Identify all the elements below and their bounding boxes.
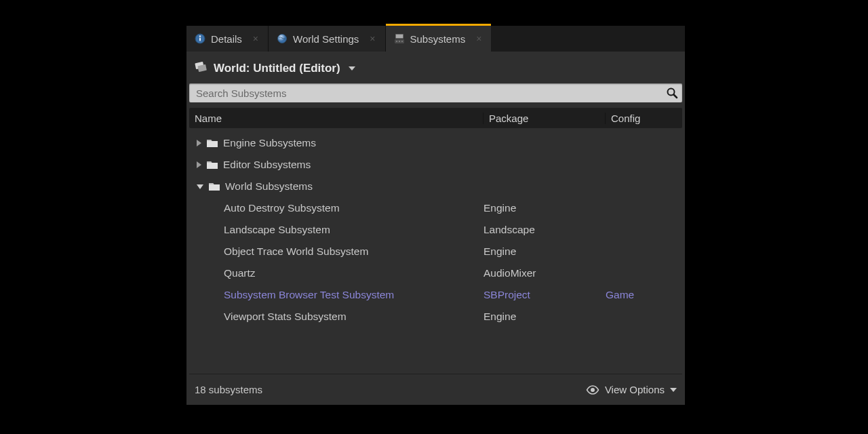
tree-group[interactable]: Engine Subsystems: [189, 132, 682, 154]
item-name: Auto Destroy Subsystem: [224, 202, 340, 214]
tree-item[interactable]: Viewport Stats SubsystemEngine: [189, 306, 682, 328]
group-label: World Subsystems: [225, 180, 313, 193]
search-input[interactable]: [196, 87, 666, 99]
item-package: SBProject: [484, 289, 606, 301]
svg-point-9: [401, 41, 403, 42]
item-package: Engine: [484, 245, 606, 258]
search-box[interactable]: [189, 83, 682, 102]
close-icon[interactable]: ×: [473, 33, 484, 44]
column-name[interactable]: Name: [189, 113, 484, 124]
subsystems-icon: [394, 33, 405, 44]
tab-details[interactable]: Details ×: [186, 26, 268, 52]
view-options-label: View Options: [605, 384, 665, 395]
tab-label: Subsystems: [410, 33, 466, 45]
info-icon: [195, 33, 205, 44]
panel-header[interactable]: World: Untitled (Editor): [186, 52, 685, 83]
svg-point-14: [591, 388, 595, 392]
world-icon: [193, 60, 208, 77]
svg-point-8: [399, 41, 400, 42]
close-icon[interactable]: ×: [367, 33, 378, 44]
subsystems-panel: Details × World Settings × Subsystems × …: [186, 26, 685, 405]
tree-item[interactable]: QuartzAudioMixer: [189, 262, 682, 284]
tree-item[interactable]: Landscape SubsystemLandscape: [189, 219, 682, 241]
svg-rect-2: [199, 38, 201, 41]
tab-world-settings[interactable]: World Settings ×: [268, 26, 384, 52]
globe-icon: [277, 33, 288, 44]
item-name: Landscape Subsystem: [224, 224, 330, 236]
folder-icon: [206, 160, 218, 170]
chevron-down-icon: [349, 66, 355, 71]
svg-rect-5: [396, 35, 403, 38]
svg-point-1: [199, 35, 201, 37]
column-package[interactable]: Package: [484, 113, 606, 124]
chevron-down-icon: [670, 388, 677, 392]
tab-bar: Details × World Settings × Subsystems ×: [186, 26, 685, 52]
item-package: Engine: [484, 311, 606, 323]
tree-item[interactable]: Auto Destroy SubsystemEngine: [189, 197, 682, 219]
disclosure-icon[interactable]: [197, 161, 201, 168]
panel-footer: 18 subsystems View Options: [189, 374, 682, 405]
group-label: Engine Subsystems: [223, 137, 316, 149]
column-config[interactable]: Config: [606, 113, 682, 124]
close-icon[interactable]: ×: [250, 33, 261, 44]
group-label: Editor Subsystems: [223, 159, 311, 171]
tree-item[interactable]: Subsystem Browser Test SubsystemSBProjec…: [189, 284, 682, 306]
world-title: World: Untitled (Editor): [214, 62, 340, 75]
subsystems-tree: Engine SubsystemsEditor SubsystemsWorld …: [189, 128, 682, 328]
disclosure-icon[interactable]: [197, 140, 201, 146]
svg-point-7: [396, 41, 397, 42]
tab-bar-filler: [491, 26, 685, 52]
folder-icon: [206, 138, 218, 148]
item-count: 18 subsystems: [195, 384, 262, 395]
tree-group[interactable]: Editor Subsystems: [189, 154, 682, 176]
item-name: Quartz: [224, 267, 256, 279]
svg-line-13: [674, 95, 677, 98]
tab-subsystems[interactable]: Subsystems ×: [385, 26, 492, 52]
item-config: Game: [606, 289, 682, 301]
item-name: Viewport Stats Subsystem: [224, 311, 347, 323]
tab-label: World Settings: [293, 33, 359, 45]
item-package: Engine: [484, 202, 606, 214]
item-name: Object Trace World Subsystem: [224, 245, 368, 258]
folder-icon: [208, 182, 220, 191]
disclosure-icon[interactable]: [197, 184, 203, 189]
column-headers: Name Package Config: [189, 108, 682, 128]
item-package: AudioMixer: [484, 267, 606, 279]
search-icon: [666, 87, 678, 99]
tab-label: Details: [211, 33, 242, 45]
item-package: Landscape: [484, 224, 606, 236]
item-name: Subsystem Browser Test Subsystem: [224, 289, 394, 301]
eye-icon: [586, 385, 599, 395]
tree-group[interactable]: World Subsystems: [189, 176, 682, 197]
tree-item[interactable]: Object Trace World SubsystemEngine: [189, 241, 682, 262]
view-options[interactable]: View Options: [586, 384, 677, 395]
